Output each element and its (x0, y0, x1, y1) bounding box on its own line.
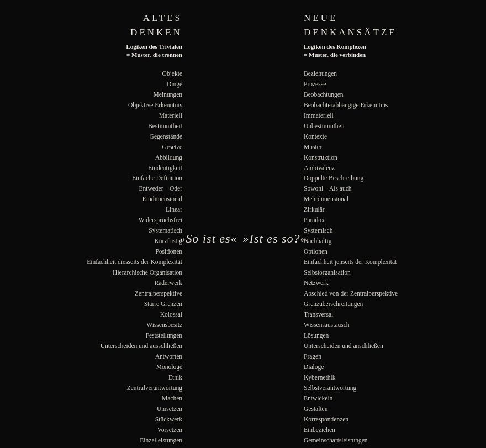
list-item: Machen (87, 393, 182, 404)
list-item: Beziehungen (304, 68, 398, 79)
list-item: Bestimmtheit (87, 121, 182, 131)
list-item: Sowohl – Als auch (304, 183, 398, 194)
main-container: ALTES DENKEN Logiken des Trivialen = Mus… (0, 0, 486, 448)
list-item: Nachhaltig (304, 236, 398, 246)
list-item: Zirkulär (304, 204, 398, 215)
list-item: Feststellungen (87, 330, 182, 341)
list-item: Selbstorganisation (304, 267, 398, 278)
list-item: Doppelte Beschreibung (304, 173, 398, 183)
list-item: Ethik (87, 372, 182, 383)
left-items: ObjekteDingeMeinungenObjektive Erkenntni… (87, 68, 182, 448)
list-item: Dinge (87, 79, 182, 89)
list-item: Systemisch (304, 225, 398, 236)
list-item: Widerspruchsfrei (87, 215, 182, 225)
list-item: Konstruktion (304, 152, 398, 163)
list-item: Muster (304, 142, 398, 152)
list-item: Einfachheit jenseits der Komplexität (304, 257, 398, 267)
list-item: Objekte (87, 68, 182, 79)
left-subtitle: Logiken des Trivialen = Muster, die tren… (126, 43, 182, 60)
list-item: Verbindungen (304, 446, 398, 448)
list-item: Positionen (87, 246, 182, 257)
quote-left: »So ist es« (179, 231, 237, 246)
list-item: Objektive Erkenntnis (87, 100, 182, 110)
list-item: Räderwerk (87, 278, 182, 288)
left-title: ALTES DENKEN (126, 11, 182, 39)
right-header: NEUE DENKANSÄTZE Logiken des Komplexen =… (304, 11, 397, 60)
list-item: Unterscheiden und anschließen (304, 341, 398, 351)
list-item: Einbeziehen (304, 425, 398, 435)
list-item: Korrespondenzen (304, 414, 398, 425)
right-column: NEUE DENKANSÄTZE Logiken des Komplexen =… (298, 0, 486, 448)
list-item: Starre Grenzen (87, 299, 182, 309)
list-item: Dialoge (304, 362, 398, 372)
list-item: Systematisch (87, 225, 182, 236)
list-item: Eindeutigkeit (87, 163, 182, 173)
list-item: Wissensaustausch (304, 320, 398, 330)
list-item: Kolossal (87, 309, 182, 320)
list-item: Beobachtungen (304, 89, 398, 100)
list-item: Beobachterabhängige Erkenntnis (304, 100, 398, 110)
list-item: Transversal (304, 309, 398, 320)
list-item: Zentralverantwortung (87, 383, 182, 393)
list-item: Antworten (87, 351, 182, 362)
list-item: Gegenstände (87, 131, 182, 142)
list-item: Zentralperspektive (87, 288, 182, 299)
list-item: Kybernethik (304, 372, 398, 383)
list-item: Eindimensional (87, 194, 182, 204)
list-item: Entwickeln (304, 393, 398, 404)
left-header: ALTES DENKEN Logiken des Trivialen = Mus… (126, 11, 182, 60)
list-item: Teile, Teilungen (87, 446, 182, 448)
list-item: Immateriell (304, 110, 398, 121)
list-item: Abbildung (87, 152, 182, 163)
list-item: Mehrdimensional (304, 194, 398, 204)
list-item: Monologe (87, 362, 182, 372)
quote-right: »Ist es so?« (243, 231, 307, 246)
center-quotes: »So ist es« »Ist es so?« (179, 231, 307, 246)
list-item: Einfache Definition (87, 173, 182, 183)
list-item: Gestalten (304, 404, 398, 414)
list-item: Ambivalenz (304, 163, 398, 173)
list-item: Unbestimmtheit (304, 121, 398, 131)
list-item: Einzelleistungen (87, 435, 182, 446)
list-item: Optionen (304, 246, 398, 257)
list-item: Fragen (304, 351, 398, 362)
list-item: Vorsetzen (87, 425, 182, 435)
list-item: Paradox (304, 215, 398, 225)
list-item: Grenzüberschreitungen (304, 299, 398, 309)
list-item: Gesetze (87, 142, 182, 152)
list-item: Umsetzen (87, 404, 182, 414)
list-item: Prozesse (304, 79, 398, 89)
list-item: Einfachheit diesseits der Komplexität (87, 257, 182, 267)
right-subtitle: Logiken des Komplexen = Muster, die verb… (304, 43, 397, 60)
list-item: Unterscheiden und ausschließen (87, 341, 182, 351)
list-item: Linear (87, 204, 182, 215)
list-item: Entweder – Oder (87, 183, 182, 194)
left-column: ALTES DENKEN Logiken des Trivialen = Mus… (0, 0, 188, 448)
right-items: BeziehungenProzesseBeobachtungenBeobacht… (304, 68, 398, 448)
list-item: Netzwerk (304, 278, 398, 288)
list-item: Kurzfristig (87, 236, 182, 246)
list-item: Wissensbesitz (87, 320, 182, 330)
list-item: Lösungen (304, 330, 398, 341)
list-item: Meinungen (87, 89, 182, 100)
list-item: Selbstverantwortung (304, 383, 398, 393)
right-title: NEUE DENKANSÄTZE (304, 11, 397, 39)
list-item: Stückwerk (87, 414, 182, 425)
list-item: Abschied von der Zentralperspektive (304, 288, 398, 299)
list-item: Materiell (87, 110, 182, 121)
list-item: Gemeinschaftsleistungen (304, 435, 398, 446)
list-item: Hierarchische Organisation (87, 267, 182, 278)
list-item: Kontexte (304, 131, 398, 142)
